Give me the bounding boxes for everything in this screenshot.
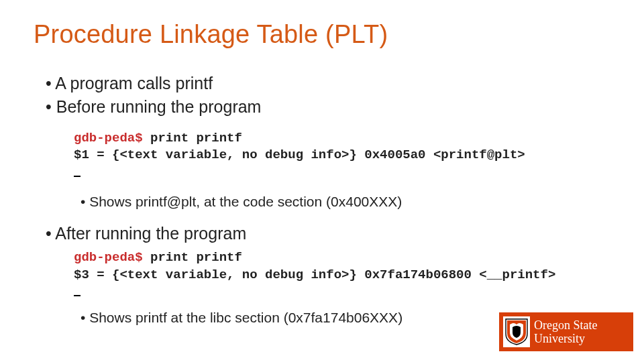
- code-line-3: gdb-peda$ print printf: [74, 249, 610, 267]
- slide: Procedure Linkage Table (PLT) A program …: [0, 0, 644, 362]
- gdb-prompt-2: gdb-peda$: [74, 250, 143, 265]
- logo-line2: University: [534, 333, 597, 345]
- logo-text: Oregon State University: [534, 319, 597, 345]
- bullet-1: A program calls printf: [46, 73, 610, 94]
- code-line-4: $3 = {<text variable, no debug info>} 0x…: [74, 267, 610, 284]
- logo-line1: Oregon State: [534, 319, 597, 331]
- code-block-before: gdb-peda$ print printf $1 = {<text varia…: [74, 130, 610, 182]
- code-line-1: gdb-peda$ print printf: [74, 130, 610, 147]
- cursor-icon: [74, 295, 80, 296]
- code-block-after: gdb-peda$ print printf $3 = {<text varia…: [74, 249, 610, 301]
- gdb-prompt-1: gdb-peda$: [74, 131, 143, 145]
- shield-icon: [503, 316, 530, 347]
- bullet-3: Shows printf@plt, at the code section (0…: [80, 193, 610, 210]
- gdb-output-1: $1 = {<text variable, no debug info>} 0x…: [74, 147, 525, 162]
- gdb-output-2: $3 = {<text variable, no debug info>} 0x…: [74, 267, 555, 282]
- cursor-icon: [74, 176, 80, 177]
- bullet-2: Before running the program: [46, 97, 610, 117]
- osu-logo: Oregon State University: [499, 312, 633, 351]
- code-cursor-1: [74, 164, 610, 182]
- slide-title: Procedure Linkage Table (PLT): [34, 20, 610, 49]
- code-cursor-2: [74, 284, 610, 301]
- bullet-4: After running the program: [46, 223, 610, 244]
- gdb-command-2: print printf: [143, 250, 242, 265]
- code-line-2: $1 = {<text variable, no debug info>} 0x…: [74, 147, 610, 164]
- gdb-command-1: print printf: [143, 131, 242, 145]
